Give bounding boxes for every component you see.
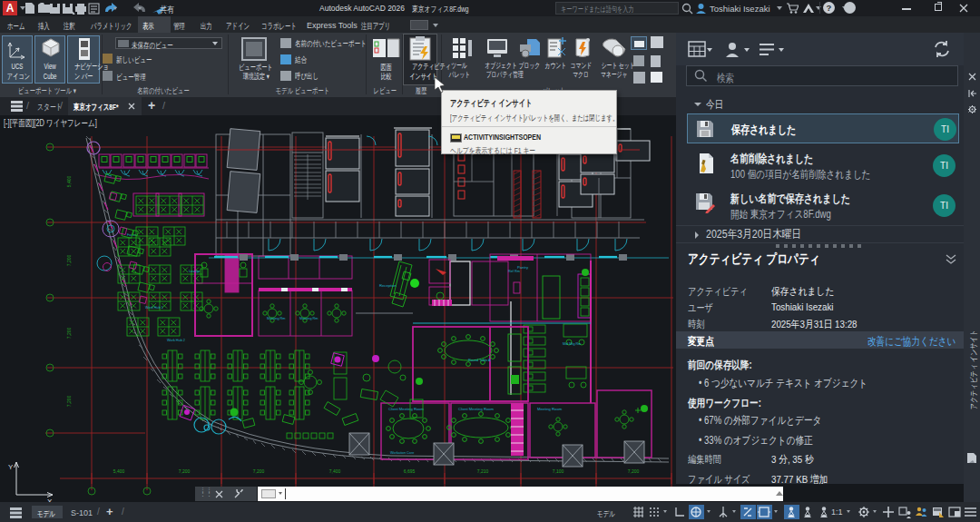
svg-text:Mid Mtg Rm: Mid Mtg Rm (563, 342, 581, 346)
svg-text:Meeting Rm: Meeting Rm (299, 317, 318, 320)
svg-text:Workation Core: Workation Core (390, 451, 414, 455)
svg-text:Round Table A: Round Table A (468, 359, 491, 362)
svg-text:7,200: 7,200 (66, 328, 72, 340)
svg-text:Meeting Rm: Meeting Rm (267, 317, 285, 320)
svg-text:Work Hub 2: Work Hub 2 (167, 339, 185, 342)
svg-text:Client Meeting Room: Client Meeting Room (458, 407, 495, 411)
svg-text:7,200: 7,200 (628, 468, 640, 474)
svg-text:Work Hub 1: Work Hub 1 (145, 306, 163, 310)
svg-text:Lounge: Lounge (189, 270, 201, 273)
svg-text:Y: Y (8, 463, 14, 471)
svg-text:7,200: 7,200 (253, 468, 265, 474)
svg-text:7,210: 7,210 (477, 468, 489, 474)
svg-text:5,400: 5,400 (66, 176, 72, 188)
svg-text:7,400: 7,400 (329, 468, 341, 474)
svg-text:7,200: 7,200 (66, 396, 72, 408)
svg-text:Reception: Reception (379, 283, 397, 288)
svg-text:7,200: 7,200 (66, 255, 72, 267)
svg-text:5,400: 5,400 (113, 468, 125, 474)
svg-text:7,100: 7,100 (553, 468, 564, 474)
svg-text:Client Meeting Room: Client Meeting Room (388, 407, 425, 411)
svg-text:Meeting Room: Meeting Room (537, 407, 563, 411)
svg-text:Ref Rm: Ref Rm (508, 270, 520, 273)
svg-text:6,695: 6,695 (404, 468, 416, 474)
svg-text:7,200: 7,200 (179, 468, 191, 474)
